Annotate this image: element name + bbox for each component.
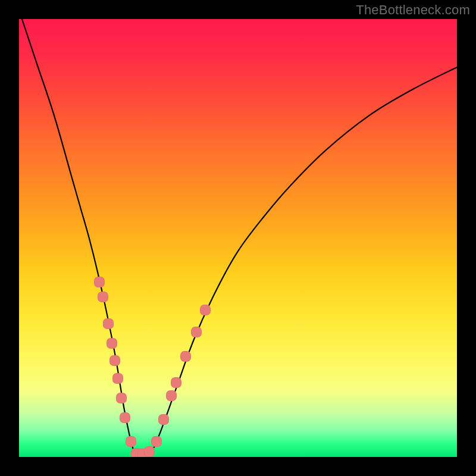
data-marker — [151, 436, 162, 447]
data-marker — [107, 338, 117, 349]
data-marker — [120, 412, 130, 423]
data-marker — [191, 327, 202, 337]
marker-layer — [19, 19, 457, 457]
data-marker — [144, 446, 155, 457]
data-marker — [94, 277, 105, 287]
watermark-text: TheBottleneck.com — [356, 2, 470, 18]
data-marker — [158, 414, 169, 425]
data-marker — [180, 351, 191, 362]
data-marker — [200, 305, 211, 315]
data-marker — [116, 393, 127, 403]
chart-frame: TheBottleneck.com — [0, 0, 476, 476]
data-marker — [112, 373, 123, 384]
data-marker — [126, 436, 136, 447]
data-marker — [166, 390, 177, 401]
data-marker — [98, 292, 108, 302]
data-marker — [103, 318, 114, 329]
data-marker — [171, 377, 181, 388]
plot-area — [19, 19, 457, 457]
data-marker — [109, 355, 120, 366]
